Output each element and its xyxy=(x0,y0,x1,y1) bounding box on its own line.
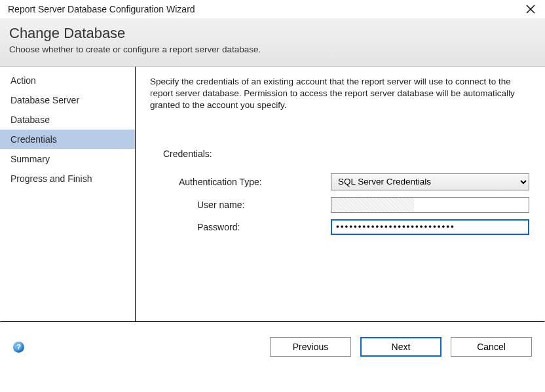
username-input[interactable] xyxy=(414,198,529,212)
auth-type-label: Authentication Type: xyxy=(176,177,331,187)
help-icon[interactable]: ? xyxy=(13,342,24,353)
step-database[interactable]: Database xyxy=(0,110,135,130)
cancel-button[interactable]: Cancel xyxy=(451,337,532,357)
step-credentials[interactable]: Credentials xyxy=(0,130,135,149)
step-database-server[interactable]: Database Server xyxy=(0,90,135,110)
wizard-content: Specify the credentials of an existing a… xyxy=(136,67,545,321)
auth-type-select[interactable]: SQL Server Credentials xyxy=(331,173,529,190)
window-title: Report Server Database Configuration Wiz… xyxy=(8,4,195,14)
username-field[interactable] xyxy=(331,197,529,213)
page-title: Change Database xyxy=(9,25,535,42)
username-label: User name: xyxy=(176,200,331,210)
step-summary[interactable]: Summary xyxy=(0,149,135,169)
wizard-header: Change Database Choose whether to create… xyxy=(0,18,545,67)
step-progress-finish[interactable]: Progress and Finish xyxy=(0,169,135,188)
credentials-section-label: Credentials: xyxy=(163,149,529,159)
close-icon[interactable] xyxy=(525,4,536,14)
instruction-text: Specify the credentials of an existing a… xyxy=(150,76,529,112)
step-action[interactable]: Action xyxy=(0,71,135,90)
wizard-steps: Action Database Server Database Credenti… xyxy=(0,67,136,321)
next-button[interactable]: Next xyxy=(360,337,442,357)
password-label: Password: xyxy=(176,222,331,232)
previous-button[interactable]: Previous xyxy=(270,337,351,357)
username-redacted xyxy=(331,198,414,212)
page-subtitle: Choose whether to create or configure a … xyxy=(9,45,535,54)
password-input[interactable] xyxy=(331,219,529,235)
